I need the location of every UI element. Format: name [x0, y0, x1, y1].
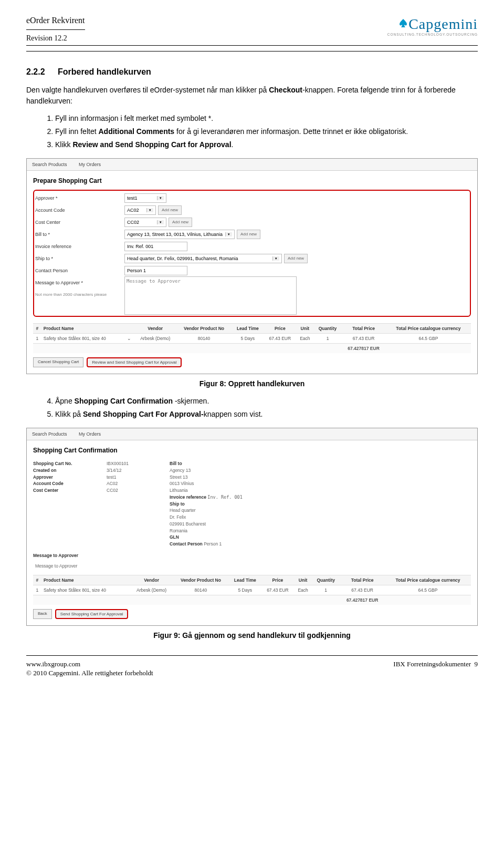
addnew-bill[interactable]: Add new — [237, 230, 260, 239]
footer-copyright: © 2010 Capgemini. Alle rettigheter forbe… — [26, 669, 153, 678]
input-invoice[interactable]: Inv. Ref. 001 — [124, 242, 187, 251]
tab-search[interactable]: Search Products — [32, 162, 67, 167]
tab-orders-2[interactable]: My Orders — [79, 431, 101, 437]
tab-orders[interactable]: My Orders — [79, 162, 101, 167]
total-value: 67.427817 EUR — [341, 344, 386, 354]
input-cost[interactable]: CC02▾ — [124, 218, 166, 227]
footer-url: www.ibxgroup.com — [26, 660, 153, 669]
label-approver: Approver * — [35, 192, 124, 204]
total-value-2: 67.427817 EUR — [340, 595, 385, 605]
addnew-account[interactable]: Add new — [158, 205, 182, 215]
cancel-cart-button[interactable]: Cancel Shopping Cart — [33, 357, 83, 367]
spade-icon — [398, 18, 408, 30]
ss2-title: Shopping Cart Confirmation — [33, 447, 471, 454]
table-row: 1Safety shoe Stålex 801, size 40⌄Arbesk … — [33, 334, 471, 344]
ss1-table: #Product NameVendorVendor Product NoLead… — [33, 323, 471, 353]
figure-9-caption: Figur 9: Gå gjennom og send handlekurv t… — [26, 631, 478, 640]
input-contact[interactable]: Person 1 — [124, 266, 187, 275]
tab-search-2[interactable]: Search Products — [32, 431, 67, 437]
steps-list-1: Fyll inn informasjon i felt merket med s… — [26, 113, 478, 150]
input-approver[interactable]: test1▾ — [124, 193, 166, 203]
label-contact: Contact Person — [35, 264, 124, 276]
label-invoice: Invoice reference — [35, 240, 124, 252]
logo-text: Capgemini — [408, 16, 478, 33]
doc-title: eOrder Rekvirent — [26, 16, 85, 25]
label-account: Account Code — [35, 204, 124, 216]
label-ship: Ship to * — [35, 252, 124, 264]
section-number: 2.2.2 — [26, 67, 45, 76]
doc-revision: Revision 12.2 — [26, 29, 85, 43]
review-send-button[interactable]: Review and Send Shopping Cart for Approv… — [87, 357, 182, 367]
addnew-cost[interactable]: Add new — [169, 218, 192, 227]
figure-8-caption: Figur 8: Opprett handlekurven — [26, 379, 478, 388]
label-msg: Message to Approver * — [35, 276, 124, 288]
back-button[interactable]: Back — [33, 609, 52, 619]
label-msg-sub: Not more than 2000 characters please — [35, 288, 124, 301]
figure-9-screenshot: Search Products My Orders Shopping Cart … — [26, 428, 478, 626]
input-message[interactable]: Message to Approver — [124, 276, 297, 315]
ss2-table: #Product NameVendorVendor Product NoLead… — [33, 575, 471, 605]
label-bill: Bill to * — [35, 228, 124, 240]
figure-8-screenshot: Search Products My Orders Prepare Shoppi… — [26, 158, 478, 374]
section-heading: Forbered handlekurven — [58, 67, 151, 76]
addnew-ship[interactable]: Add new — [284, 254, 308, 263]
logo-subtitle: CONSULTING.TECHNOLOGY.OUTSOURCING — [387, 33, 478, 36]
steps-list-2: Åpne Shopping Cart Confirmation -skjerme… — [26, 396, 478, 420]
input-bill[interactable]: Agency 13, Street 13, 0013, Vilnius, Lit… — [124, 230, 235, 239]
intro-paragraph: Den valgte handlekurven overføres til eO… — [26, 85, 478, 107]
input-account[interactable]: AC02▾ — [124, 205, 156, 215]
ss1-title: Prepare Shopping Cart — [33, 177, 471, 184]
send-approval-button[interactable]: Send Shopping Cart For Approval — [55, 609, 129, 619]
table-row: 1Safety shoe Stålex 801, size 40Arbesk (… — [33, 585, 471, 595]
logo: Capgemini CONSULTING.TECHNOLOGY.OUTSOURC… — [387, 16, 478, 36]
label-cost: Cost Center — [35, 216, 124, 228]
footer-right: IBX Forretningsdokumenter 9 — [393, 660, 478, 678]
input-ship[interactable]: Head quarter, Dr. Felix, 029991, Buchare… — [124, 254, 282, 263]
